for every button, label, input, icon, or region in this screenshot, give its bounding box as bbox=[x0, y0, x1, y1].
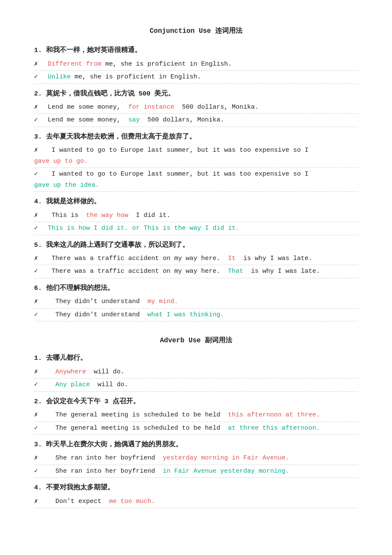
correct-phrase: Unlike bbox=[48, 72, 71, 83]
plain-text: There was a traffic accident on my way h… bbox=[48, 266, 228, 277]
plain-text: I did it. bbox=[128, 210, 170, 221]
chinese-sentence: 2. 会议定在今天下午 3 点召开。 bbox=[34, 396, 358, 407]
plain-text: They didn't understand bbox=[48, 309, 147, 321]
correct-marker: ✓ bbox=[34, 223, 46, 234]
conjunction-section: 1. 和我不一样，她对英语很精通。✗Different from me, she… bbox=[34, 45, 358, 321]
wrong-line: ✗ They didn't understand my mind. bbox=[34, 295, 358, 309]
correct-marker: ✓ bbox=[34, 72, 46, 83]
wrong-line: ✗ The general meeting is scheduled to be… bbox=[34, 409, 358, 422]
correct-line: ✓ The general meeting is scheduled to be… bbox=[34, 422, 358, 435]
plain-text: is why I was late. bbox=[243, 266, 320, 277]
wrong-marker: ✗ bbox=[34, 296, 46, 307]
exercise-item: 2. 会议定在今天下午 3 点召开。✗ The general meeting … bbox=[34, 396, 358, 435]
correct-line: ✓Unlike me, she is proficient in English… bbox=[34, 71, 358, 84]
plain-text: will do. bbox=[86, 367, 124, 378]
plain-text: There was a traffic accident on my way h… bbox=[48, 253, 228, 264]
wrong-phrase: my mind. bbox=[147, 296, 178, 307]
wrong-line: ✗ She ran into her boyfriend yesterday m… bbox=[34, 452, 358, 465]
plain-text: She ran into her boyfriend bbox=[48, 453, 163, 464]
plain-text: is why I was late. bbox=[236, 253, 312, 264]
plain-text: She ran into her boyfriend bbox=[48, 466, 163, 477]
adverb-section-title: Adverb Use 副词用法 bbox=[34, 335, 358, 347]
plain-text bbox=[48, 379, 55, 390]
correct-line: ✓ They didn't understand what I was thin… bbox=[34, 309, 358, 322]
exercise-item: 4. 不要对我抱太多期望。✗ Don't expect me too much. bbox=[34, 482, 358, 508]
wrong-line: ✗Lend me some money, for instance 500 do… bbox=[34, 101, 358, 114]
chinese-sentence: 4. 不要对我抱太多期望。 bbox=[34, 482, 358, 493]
wrong-line: ✗ I wanted to go to Europe last summer, … bbox=[34, 144, 358, 168]
wrong-phrase: Different from bbox=[48, 59, 101, 70]
exercise-item: 4. 我就是这样做的。✗ This is the way how I did i… bbox=[34, 196, 358, 235]
correct-phrase: This is how I did it. or This is the way… bbox=[48, 223, 239, 234]
correct-marker: ✓ bbox=[34, 309, 46, 321]
chinese-sentence: 2. 莫妮卡，借我点钱吧，比方说 500 美元。 bbox=[34, 88, 358, 99]
wrong-phrase: It bbox=[228, 253, 236, 264]
correct-phrase: say bbox=[128, 115, 140, 126]
correct-phrase: what I was thinking. bbox=[147, 309, 224, 321]
adverb-section: Adverb Use 副词用法 1. 去哪儿都行。✗ Anywhere will… bbox=[34, 335, 358, 508]
plain-text: Lend me some money, bbox=[48, 115, 128, 126]
wrong-line: ✗Different from me, she is proficient in… bbox=[34, 58, 358, 71]
correct-marker: ✓ bbox=[34, 115, 46, 126]
wrong-marker: ✗ bbox=[34, 453, 46, 464]
correct-phrase: Any place bbox=[55, 379, 90, 390]
chinese-sentence: 6. 他们不理解我的想法。 bbox=[34, 283, 358, 294]
exercise-item: 3. 昨天早上在费尔大街，她偶遇了她的男朋友。✗ She ran into he… bbox=[34, 439, 358, 478]
wrong-line: ✗ There was a traffic accident on my way… bbox=[34, 252, 358, 266]
plain-text: will do. bbox=[90, 379, 128, 390]
correct-marker: ✓ bbox=[34, 169, 46, 180]
correct-phrase: That bbox=[228, 266, 243, 277]
wrong-phrase: this afternoon at three. bbox=[228, 410, 320, 421]
wrong-marker: ✗ bbox=[34, 253, 46, 264]
wrong-phrase: Anywhere bbox=[55, 367, 86, 378]
correct-marker: ✓ bbox=[34, 466, 46, 477]
wrong-phrase: me too much. bbox=[109, 496, 155, 507]
chinese-sentence: 1. 去哪儿都行。 bbox=[34, 353, 358, 364]
wrong-marker: ✗ bbox=[34, 496, 46, 507]
correct-line: ✓This is how I did it. or This is the wa… bbox=[34, 222, 358, 235]
wrong-phrase: yesterday morning in Fair Avenue. bbox=[163, 453, 289, 464]
plain-text: This is bbox=[48, 210, 86, 221]
wrong-marker: ✗ bbox=[34, 102, 46, 113]
plain-text bbox=[48, 367, 55, 378]
chinese-sentence: 1. 和我不一样，她对英语很精通。 bbox=[34, 45, 358, 56]
plain-text: I wanted to go to Europe last summer, bu… bbox=[48, 169, 316, 180]
chinese-sentence: 3. 去年夏天我本想去欧洲，但费用太高于是放弃了。 bbox=[34, 131, 358, 142]
exercise-item: 1. 和我不一样，她对英语很精通。✗Different from me, she… bbox=[34, 45, 358, 84]
correct-marker: ✓ bbox=[34, 379, 46, 390]
correct-line: ✓ There was a traffic accident on my way… bbox=[34, 265, 358, 278]
correct-line: ✓ I wanted to go to Europe last summer, … bbox=[34, 168, 358, 192]
correct-line: ✓ She ran into her boyfriend in Fair Ave… bbox=[34, 465, 358, 478]
wrong-phrase: for instance bbox=[128, 102, 174, 113]
exercise-item: 3. 去年夏天我本想去欧洲，但费用太高于是放弃了。✗ I wanted to g… bbox=[34, 131, 358, 192]
plain-text: They didn't understand bbox=[48, 296, 147, 307]
correct-line: ✓ Any place will do. bbox=[34, 379, 358, 392]
wrong-marker: ✗ bbox=[34, 59, 46, 70]
wrong-phrase: gave up to go. bbox=[34, 156, 88, 167]
correct-marker: ✓ bbox=[34, 423, 46, 434]
wrong-marker: ✗ bbox=[34, 145, 46, 156]
chinese-sentence: 4. 我就是这样做的。 bbox=[34, 196, 358, 207]
chinese-sentence: 3. 昨天早上在费尔大街，她偶遇了她的男朋友。 bbox=[34, 439, 358, 450]
plain-text: The general meeting is scheduled to be h… bbox=[48, 423, 228, 434]
plain-text: me, she is proficient in English. bbox=[101, 59, 232, 70]
plain-text: I wanted to go to Europe last summer, bu… bbox=[48, 145, 316, 156]
plain-text: 500 dollars, Monika. bbox=[174, 102, 259, 113]
exercise-item: 6. 他们不理解我的想法。✗ They didn't understand my… bbox=[34, 283, 358, 321]
plain-text: The general meeting is scheduled to be h… bbox=[48, 410, 228, 421]
wrong-marker: ✗ bbox=[34, 367, 46, 378]
plain-text: Don't expect bbox=[48, 496, 109, 507]
wrong-phrase: the way how bbox=[86, 210, 128, 221]
wrong-line: ✗ Anywhere will do. bbox=[34, 366, 358, 379]
wrong-line: ✗ This is the way how I did it. bbox=[34, 209, 358, 223]
correct-line: ✓Lend me some money, say 500 dollars, Mo… bbox=[34, 114, 358, 127]
correct-phrase: gave up the idea. bbox=[34, 180, 99, 191]
exercise-item: 2. 莫妮卡，借我点钱吧，比方说 500 美元。✗Lend me some mo… bbox=[34, 88, 358, 127]
chinese-sentence: 5. 我来这儿的路上遇到了交通事故，所以迟到了。 bbox=[34, 240, 358, 251]
wrong-marker: ✗ bbox=[34, 210, 46, 221]
correct-phrase: at three this afternoon. bbox=[228, 423, 320, 434]
wrong-line: ✗ Don't expect me too much. bbox=[34, 495, 358, 509]
correct-phrase: in Fair Avenue yesterday morning. bbox=[163, 466, 289, 477]
plain-text: 500 dollars, Monika. bbox=[140, 115, 224, 126]
wrong-marker: ✗ bbox=[34, 410, 46, 421]
